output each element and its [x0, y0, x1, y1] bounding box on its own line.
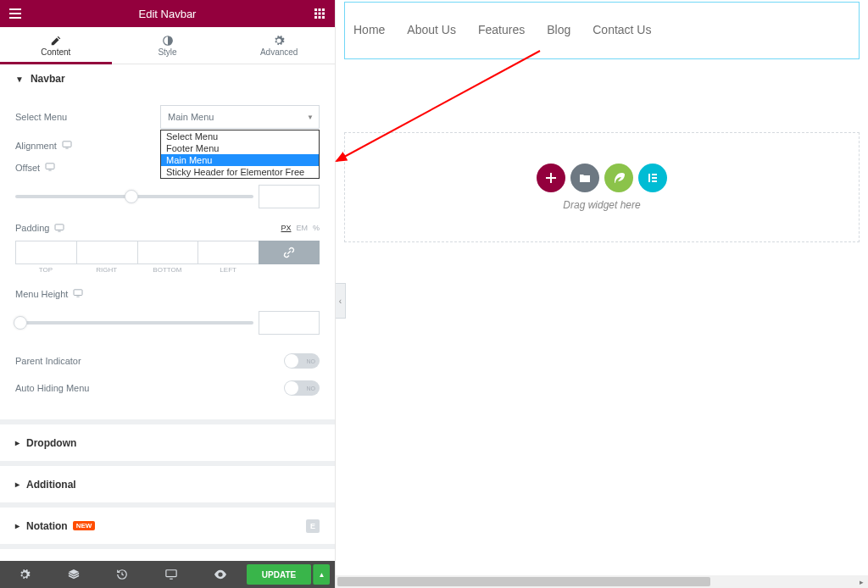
leaf-icon: [613, 172, 625, 184]
svg-rect-4: [319, 8, 321, 11]
svg-rect-26: [652, 174, 657, 175]
section-navbar-header[interactable]: ▼ Navbar: [0, 64, 335, 93]
widget-drop-zone[interactable]: Drag widget here: [344, 132, 860, 242]
field-label: Auto Hiding Menu: [15, 383, 89, 393]
auto-hiding-toggle[interactable]: NO: [284, 380, 320, 396]
option-main-menu[interactable]: Main Menu: [161, 154, 319, 166]
offset-input[interactable]: [259, 185, 320, 208]
panel-scroll[interactable]: ▼ Navbar Select Menu Main Menu ▼ Select …: [0, 64, 335, 561]
envato-button[interactable]: [604, 164, 633, 192]
responsive-icon[interactable]: [54, 220, 64, 236]
unit-em[interactable]: EM: [296, 224, 308, 232]
svg-rect-21: [166, 570, 176, 577]
field-select-menu: Select Menu Main Menu ▼ Select Menu Foot…: [15, 105, 320, 129]
padding-left-input[interactable]: [198, 241, 259, 264]
scroll-right-arrow[interactable]: ▸: [854, 575, 868, 588]
option-sticky-header[interactable]: Sticky Header for Elementor Free: [161, 166, 319, 178]
folder-icon: [579, 173, 591, 183]
field-label: Padding: [15, 223, 49, 233]
gear-icon: [19, 569, 31, 580]
offset-slider[interactable]: [15, 195, 253, 198]
scrollbar-thumb[interactable]: [337, 577, 710, 586]
section-notation[interactable]: ▸ Notation NEW E: [0, 508, 335, 544]
svg-rect-2: [9, 17, 21, 19]
contrast-icon: [162, 35, 174, 47]
tab-content[interactable]: Content: [0, 27, 112, 64]
navigator-button[interactable]: [49, 569, 98, 580]
svg-rect-15: [46, 164, 54, 169]
panel-collapse-handle[interactable]: ‹: [336, 283, 346, 319]
select-menu-dropdown[interactable]: Main Menu ▼ Select Menu Footer Menu Main…: [160, 105, 320, 129]
desktop-icon: [165, 569, 177, 580]
nav-item-features[interactable]: Features: [478, 23, 525, 36]
field-auto-hiding: Auto Hiding Menu NO: [15, 380, 320, 396]
field-label: Offset: [15, 163, 40, 173]
unit-percent[interactable]: %: [313, 224, 320, 232]
pad-label-bottom: BOTTOM: [137, 264, 198, 274]
hamburger-menu-button[interactable]: [0, 0, 31, 27]
drop-zone-text: Drag widget here: [345, 199, 859, 211]
extension-icon: E: [306, 561, 320, 562]
tab-advanced[interactable]: Advanced: [223, 27, 335, 64]
caret-right-icon: ▸: [15, 521, 19, 530]
add-template-button[interactable]: [570, 164, 599, 192]
select-menu-options: Select Menu Footer Menu Main Menu Sticky…: [160, 130, 320, 179]
responsive-icon[interactable]: [73, 289, 83, 299]
add-section-button[interactable]: [537, 164, 565, 192]
svg-rect-6: [314, 13, 317, 15]
horizontal-scrollbar[interactable]: ◂ ▸: [336, 575, 868, 588]
field-label: Select Menu: [15, 112, 67, 122]
svg-rect-7: [319, 13, 321, 15]
preview-canvas: ‹ Home About Us Features Blog Contact Us…: [336, 0, 868, 588]
parent-indicator-toggle[interactable]: NO: [284, 353, 320, 369]
svg-rect-19: [74, 290, 82, 296]
padding-bottom-input[interactable]: [137, 241, 198, 264]
menu-height-input[interactable]: [259, 311, 320, 335]
field-parent-indicator: Parent Indicator NO: [15, 353, 320, 369]
panel-title: Edit Navbar: [31, 8, 304, 20]
responsive-button[interactable]: [147, 569, 196, 580]
update-button[interactable]: UPDATE: [247, 564, 311, 585]
update-options-button[interactable]: ▲: [313, 564, 330, 585]
svg-rect-0: [9, 8, 21, 10]
new-badge: NEW: [73, 521, 96, 530]
menu-height-slider[interactable]: [15, 321, 253, 325]
pad-label-right: RIGHT: [76, 264, 137, 274]
nav-item-home[interactable]: Home: [353, 23, 385, 36]
section-dropdown[interactable]: ▸ Dropdown: [0, 424, 335, 461]
responsive-icon[interactable]: [62, 141, 72, 151]
tab-style[interactable]: Style: [112, 27, 224, 64]
nav-item-blog[interactable]: Blog: [547, 23, 570, 36]
widgets-grid-button[interactable]: [304, 0, 335, 27]
preview-button[interactable]: [196, 569, 245, 580]
padding-top-input[interactable]: [15, 241, 76, 264]
nav-item-about[interactable]: About Us: [407, 23, 456, 36]
tab-label: Style: [158, 47, 176, 57]
eye-icon: [214, 569, 226, 580]
padding-link-button[interactable]: [259, 241, 320, 264]
tab-label: Advanced: [260, 47, 298, 57]
section-sound-effects[interactable]: ▸ Sound Effects NEW E: [0, 549, 335, 561]
svg-rect-3: [314, 8, 317, 11]
nav-item-contact[interactable]: Contact Us: [593, 23, 651, 36]
caret-right-icon: ▸: [15, 480, 19, 489]
pad-label-left: LEFT: [198, 264, 259, 274]
settings-button[interactable]: [0, 569, 49, 580]
section-additional[interactable]: ▸ Additional: [0, 466, 335, 502]
unit-px[interactable]: PX: [281, 224, 291, 232]
option-footer-menu[interactable]: Footer Menu: [161, 142, 319, 154]
elementor-icon: [648, 173, 658, 183]
responsive-icon[interactable]: [45, 163, 55, 173]
elementor-button[interactable]: [638, 164, 667, 192]
padding-right-input[interactable]: [76, 241, 137, 264]
option-select-menu[interactable]: Select Menu: [161, 130, 319, 142]
svg-rect-8: [322, 13, 325, 15]
section-title: Notation: [26, 520, 68, 532]
history-button[interactable]: [98, 569, 147, 580]
svg-rect-9: [314, 16, 317, 19]
caret-up-icon: ▲: [319, 571, 326, 579]
editor-panel: Edit Navbar Content Style Advanced ▼ Na: [0, 0, 336, 588]
history-icon: [116, 569, 128, 580]
navbar-widget-preview[interactable]: Home About Us Features Blog Contact Us: [344, 2, 860, 59]
grid-icon: [314, 8, 325, 19]
